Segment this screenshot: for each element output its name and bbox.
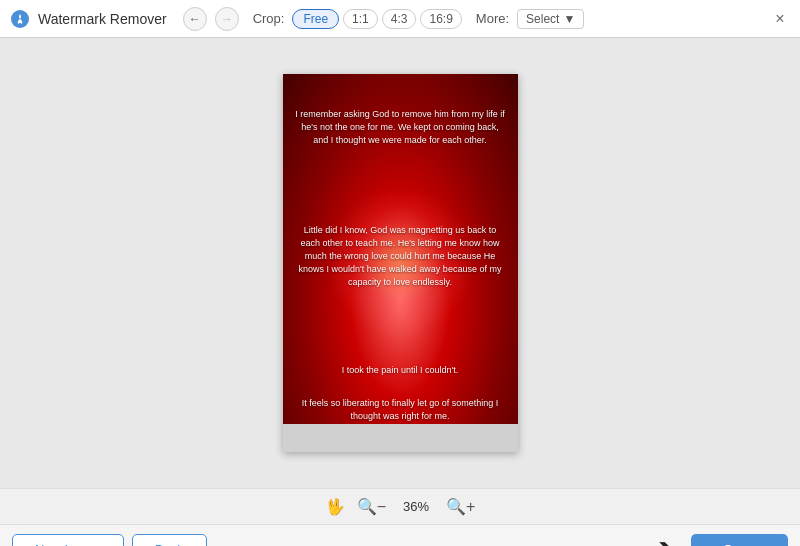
canvas-area: I remember asking God to remove him from… [0, 38, 800, 488]
zoom-level: 36% [398, 499, 434, 514]
image-text-4: It feels so liberating to finally let go… [283, 397, 518, 423]
new-image-button[interactable]: New Image [12, 534, 124, 546]
image-text-3: I took the pain until I couldn't. [283, 364, 518, 377]
crop-16-9-button[interactable]: 16:9 [420, 9, 461, 29]
crop-options-group: Free 1:1 4:3 16:9 [292, 9, 461, 29]
crop-free-button[interactable]: Free [292, 9, 339, 29]
forward-nav-button[interactable]: → [215, 7, 239, 31]
image-bottom-border [283, 424, 518, 452]
close-button[interactable]: × [770, 9, 790, 29]
image-text-1: I remember asking God to remove him from… [283, 108, 518, 147]
zoom-bar: 🖖 🔍− 36% 🔍+ [0, 488, 800, 524]
back-nav-button[interactable]: ← [183, 7, 207, 31]
zoom-in-icon[interactable]: 🔍+ [446, 497, 475, 516]
image-container: I remember asking God to remove him from… [283, 74, 518, 452]
move-tool-icon[interactable]: 🖖 [325, 497, 345, 516]
bottom-bar: New Image Back ➔ Save [0, 524, 800, 546]
select-label: Select [526, 12, 559, 26]
back-button[interactable]: Back [132, 534, 207, 546]
save-area: ➔ Save [645, 532, 788, 547]
save-button[interactable]: Save [691, 534, 788, 547]
arrow-right-icon: ➔ [645, 532, 675, 547]
image-text-2: Little did I know, God was magnetting us… [283, 224, 518, 289]
title-bar: Watermark Remover ← → Crop: Free 1:1 4:3… [0, 0, 800, 38]
crop-4-3-button[interactable]: 4:3 [382, 9, 417, 29]
app-logo-icon [10, 9, 30, 29]
image-content: I remember asking God to remove him from… [283, 74, 518, 452]
more-label: More: [476, 11, 509, 26]
crop-1-1-button[interactable]: 1:1 [343, 9, 378, 29]
zoom-out-icon[interactable]: 🔍− [357, 497, 386, 516]
app-title: Watermark Remover [38, 11, 167, 27]
select-dropdown[interactable]: Select ▼ [517, 9, 584, 29]
dropdown-arrow-icon: ▼ [563, 12, 575, 26]
crop-label: Crop: [253, 11, 285, 26]
